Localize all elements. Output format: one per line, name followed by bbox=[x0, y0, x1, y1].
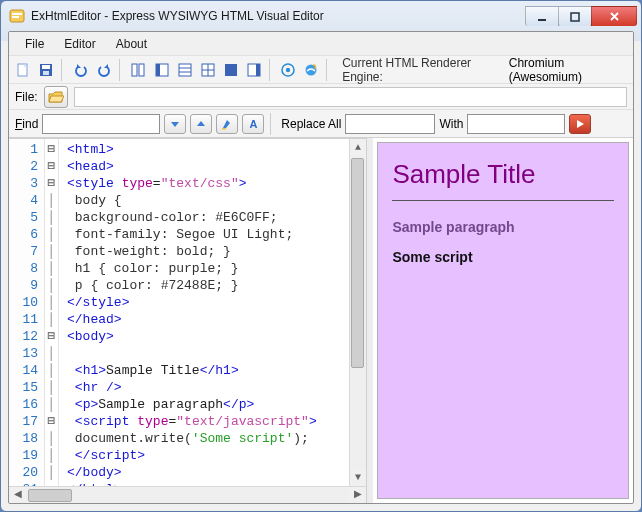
code-line[interactable] bbox=[67, 345, 349, 362]
close-button[interactable] bbox=[591, 6, 637, 26]
code-line[interactable]: <head> bbox=[67, 158, 349, 175]
browser-chrome-icon[interactable] bbox=[278, 59, 298, 81]
main-split: 123456789101112131415161718192021 ⊟⊟⊟│││… bbox=[9, 138, 633, 503]
svg-rect-19 bbox=[225, 64, 237, 76]
code-line[interactable]: <style type="text/css"> bbox=[67, 175, 349, 192]
find-next-up-icon[interactable] bbox=[190, 114, 212, 134]
code-area[interactable]: <html><head><style type="text/css"> body… bbox=[59, 139, 349, 486]
replace-input[interactable] bbox=[345, 114, 435, 134]
code-line[interactable]: background-color: #E6C0FF; bbox=[67, 209, 349, 226]
code-line[interactable]: <script type="text/javascript"> bbox=[67, 413, 349, 430]
toolbar-sep bbox=[269, 59, 274, 81]
layout-grid-icon[interactable] bbox=[198, 59, 218, 81]
code-line[interactable]: <body> bbox=[67, 328, 349, 345]
scroll-right-icon[interactable]: ▶ bbox=[349, 488, 366, 503]
code-line[interactable]: </head> bbox=[67, 311, 349, 328]
code-line[interactable]: document.write('Some script'); bbox=[67, 430, 349, 447]
layout-right-icon[interactable] bbox=[244, 59, 264, 81]
app-icon bbox=[9, 8, 25, 24]
svg-point-23 bbox=[286, 67, 290, 71]
titlebar[interactable]: ExHtmlEditor - Express WYSIWYG HTML Visu… bbox=[1, 1, 641, 31]
preview-paragraph: Sample paragraph bbox=[392, 219, 614, 235]
app-window: ExHtmlEditor - Express WYSIWYG HTML Visu… bbox=[0, 0, 642, 512]
svg-rect-25 bbox=[222, 128, 226, 130]
svg-rect-4 bbox=[571, 13, 579, 21]
hscroll-thumb[interactable] bbox=[28, 489, 72, 502]
code-line[interactable]: </script> bbox=[67, 447, 349, 464]
renderer-label: Current HTML Renderer Engine: bbox=[342, 56, 500, 84]
filebar: File: bbox=[9, 84, 633, 110]
svg-rect-3 bbox=[538, 19, 546, 21]
menu-editor[interactable]: Editor bbox=[54, 34, 105, 54]
toolbar-sep bbox=[326, 59, 331, 81]
menubar: FileEditorAbout bbox=[9, 32, 633, 56]
open-file-icon[interactable] bbox=[44, 86, 68, 108]
browser-ie-icon[interactable] bbox=[301, 59, 321, 81]
save-icon[interactable] bbox=[36, 59, 56, 81]
svg-rect-7 bbox=[42, 65, 50, 69]
code-line[interactable]: font-weight: bold; } bbox=[67, 243, 349, 260]
with-input[interactable] bbox=[467, 114, 565, 134]
svg-rect-9 bbox=[132, 64, 137, 76]
scroll-down-icon[interactable]: ▼ bbox=[350, 469, 365, 486]
code-line[interactable]: <hr /> bbox=[67, 379, 349, 396]
svg-rect-1 bbox=[12, 13, 22, 15]
find-label: Find bbox=[15, 117, 38, 131]
preview-h1: Sample Title bbox=[392, 159, 614, 190]
preview-pane: Sample Title Sample paragraph Some scrip… bbox=[373, 138, 633, 503]
hscroll-track[interactable] bbox=[26, 488, 349, 503]
vertical-scrollbar[interactable]: ▲ ▼ bbox=[349, 139, 366, 486]
editor-pane: 123456789101112131415161718192021 ⊟⊟⊟│││… bbox=[9, 138, 367, 503]
scroll-left-icon[interactable]: ◀ bbox=[9, 488, 26, 503]
code-line[interactable]: p { color: #72488E; } bbox=[67, 277, 349, 294]
findbar: Find A Replace All With bbox=[9, 110, 633, 138]
layout-split-icon[interactable] bbox=[128, 59, 148, 81]
maximize-button[interactable] bbox=[558, 6, 592, 26]
match-case-icon[interactable]: A bbox=[242, 114, 264, 134]
file-path-input[interactable] bbox=[74, 87, 627, 107]
layout-left-icon[interactable] bbox=[152, 59, 172, 81]
line-gutter: 123456789101112131415161718192021 bbox=[9, 139, 45, 486]
code-line[interactable]: font-family: Segoe UI Light; bbox=[67, 226, 349, 243]
findbar-sep bbox=[270, 113, 275, 135]
layout-full-icon[interactable] bbox=[221, 59, 241, 81]
scroll-up-icon[interactable]: ▲ bbox=[350, 139, 365, 156]
svg-rect-12 bbox=[156, 64, 160, 76]
layout-rows-icon[interactable] bbox=[175, 59, 195, 81]
toolbar-sep bbox=[61, 59, 66, 81]
minimize-button[interactable] bbox=[525, 6, 559, 26]
svg-rect-21 bbox=[256, 64, 260, 76]
highlight-icon[interactable] bbox=[216, 114, 238, 134]
code-line[interactable]: <h1>Sample Title</h1> bbox=[67, 362, 349, 379]
menu-about[interactable]: About bbox=[106, 34, 157, 54]
menu-file[interactable]: File bbox=[15, 34, 54, 54]
code-line[interactable]: <p>Sample paragraph</p> bbox=[67, 396, 349, 413]
code-line[interactable]: </body> bbox=[67, 464, 349, 481]
code-line[interactable]: </style> bbox=[67, 294, 349, 311]
window-title: ExHtmlEditor - Express WYSIWYG HTML Visu… bbox=[31, 9, 526, 23]
preview-content: Sample Title Sample paragraph Some scrip… bbox=[377, 142, 629, 499]
file-label: File: bbox=[15, 90, 38, 104]
client-area: FileEditorAbout Current HTML Renderer En… bbox=[8, 31, 634, 504]
replace-go-icon[interactable] bbox=[569, 114, 591, 134]
code-line[interactable]: h1 { color: purple; } bbox=[67, 260, 349, 277]
undo-icon[interactable] bbox=[71, 59, 91, 81]
renderer-value: Chromium (Awesomium) bbox=[509, 56, 629, 84]
vscroll-track[interactable] bbox=[350, 156, 366, 469]
new-file-icon[interactable] bbox=[13, 59, 33, 81]
toolbar-sep bbox=[119, 59, 124, 81]
code-line[interactable]: body { bbox=[67, 192, 349, 209]
horizontal-scrollbar[interactable]: ◀ ▶ bbox=[9, 486, 366, 503]
fold-column[interactable]: ⊟⊟⊟││││││││⊟││││⊟│││ bbox=[45, 139, 59, 486]
find-input[interactable] bbox=[42, 114, 160, 134]
replace-label: Replace All bbox=[281, 117, 341, 131]
svg-rect-8 bbox=[43, 71, 49, 75]
find-next-down-icon[interactable] bbox=[164, 114, 186, 134]
code-line[interactable]: <html> bbox=[67, 141, 349, 158]
vscroll-thumb[interactable] bbox=[351, 158, 364, 368]
code-editor[interactable]: 123456789101112131415161718192021 ⊟⊟⊟│││… bbox=[9, 138, 366, 486]
redo-icon[interactable] bbox=[94, 59, 114, 81]
with-label: With bbox=[439, 117, 463, 131]
toolbar: Current HTML Renderer Engine: Chromium (… bbox=[9, 56, 633, 84]
svg-rect-10 bbox=[139, 64, 144, 76]
